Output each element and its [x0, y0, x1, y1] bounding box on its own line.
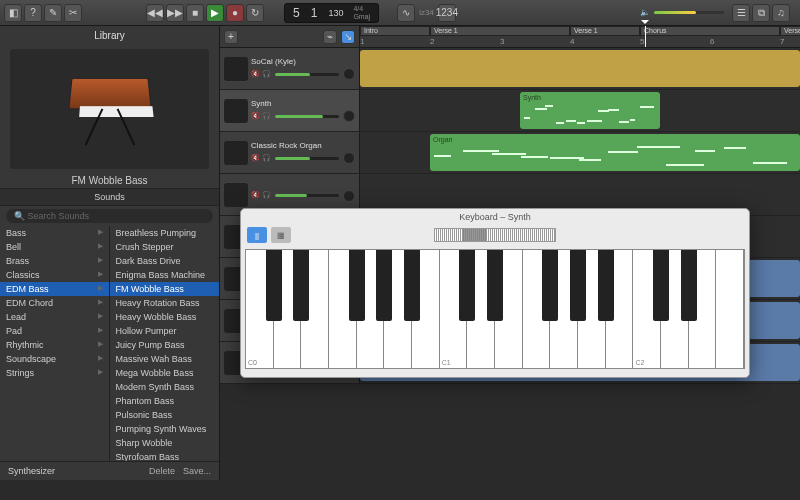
delete-button[interactable]: Delete	[149, 466, 175, 476]
library-toggle-icon[interactable]: ◧	[4, 4, 22, 22]
pan-knob[interactable]	[343, 152, 355, 164]
record-button[interactable]: ●	[226, 4, 244, 22]
lcd-display[interactable]: 5 1 130 4/4 Gmaj	[284, 3, 379, 23]
browser-item[interactable]: Dark Bass Drive	[110, 254, 220, 268]
stop-button[interactable]: ■	[186, 4, 204, 22]
keyboard-mode-button[interactable]: ▦	[271, 227, 291, 243]
volume-down-icon[interactable]: 🔈	[640, 8, 650, 17]
lcd-tempo[interactable]: 130	[328, 8, 343, 18]
black-key[interactable]	[487, 250, 503, 321]
countoff-icon[interactable]: 1234	[438, 4, 456, 22]
automation-icon[interactable]: ⌁	[323, 30, 337, 44]
smart-controls-icon[interactable]: ?	[24, 4, 42, 22]
playhead[interactable]	[645, 26, 646, 47]
white-key[interactable]	[716, 250, 744, 368]
pan-knob[interactable]	[343, 68, 355, 80]
browser-item[interactable]: Breathless Pumping	[110, 226, 220, 240]
pan-knob[interactable]	[343, 110, 355, 122]
browser-item[interactable]: Lead▶	[0, 310, 109, 324]
sustain-button[interactable]: ||	[247, 227, 267, 243]
mute-button[interactable]: 🔇	[251, 70, 260, 79]
black-key[interactable]	[681, 250, 697, 321]
track-volume-slider[interactable]	[275, 115, 339, 118]
track-row[interactable]: Synth🔇🎧Synth	[220, 90, 800, 132]
piano-keyboard[interactable]: C0C1C2	[245, 249, 745, 369]
track-volume-slider[interactable]	[275, 73, 339, 76]
play-button[interactable]: ▶	[206, 4, 224, 22]
browser-item[interactable]: Heavy Rotation Bass	[110, 296, 220, 310]
browser-item[interactable]: EDM Chord▶	[0, 296, 109, 310]
master-volume-slider[interactable]	[654, 11, 724, 14]
region[interactable]: Organ	[430, 134, 800, 171]
keyboard-range-selector[interactable]	[434, 228, 556, 242]
mute-button[interactable]: 🔇	[251, 112, 260, 121]
solo-button[interactable]: 🎧	[262, 191, 271, 200]
browser-item[interactable]: Heavy Wobble Bass	[110, 310, 220, 324]
ruler[interactable]: IntroVerse 1Verse 1ChorusVerse 212345678	[360, 26, 800, 47]
black-key[interactable]	[570, 250, 586, 321]
lcd-key[interactable]: Gmaj	[353, 13, 370, 20]
save-button[interactable]: Save...	[183, 466, 211, 476]
media-icon[interactable]: ♫	[772, 4, 790, 22]
track-lane[interactable]	[360, 48, 800, 89]
track-lane[interactable]: Organ	[360, 132, 800, 173]
browser-item[interactable]: Pumping Synth Waves	[110, 422, 220, 436]
rewind-button[interactable]: ◀◀	[146, 4, 164, 22]
track-row[interactable]: SoCal (Kyle)🔇🎧	[220, 48, 800, 90]
browser-item[interactable]: Bass▶	[0, 226, 109, 240]
black-key[interactable]	[404, 250, 420, 321]
browser-item[interactable]: Massive Wah Bass	[110, 352, 220, 366]
black-key[interactable]	[293, 250, 309, 321]
browser-item[interactable]: Crush Stepper	[110, 240, 220, 254]
solo-button[interactable]: 🎧	[262, 70, 271, 79]
scissors-icon[interactable]: ✂	[64, 4, 82, 22]
browser-item[interactable]: Strings▶	[0, 366, 109, 380]
browser-item[interactable]: Sharp Wobble	[110, 436, 220, 450]
black-key[interactable]	[542, 250, 558, 321]
track-header[interactable]: Synth🔇🎧	[220, 90, 360, 131]
browser-item[interactable]: Hollow Pumper	[110, 324, 220, 338]
track-row[interactable]: Classic Rock Organ🔇🎧Organ	[220, 132, 800, 174]
track-volume-slider[interactable]	[275, 157, 339, 160]
keyboard-window[interactable]: Keyboard – Synth || ▦ C0C1C2	[240, 208, 750, 378]
browser-item[interactable]: Soundscape▶	[0, 352, 109, 366]
black-key[interactable]	[266, 250, 282, 321]
arrangement-marker[interactable]: Chorus	[640, 26, 780, 36]
track-header[interactable]: SoCal (Kyle)🔇🎧	[220, 48, 360, 89]
browser-item[interactable]: Enigma Bass Machine	[110, 268, 220, 282]
browser-item[interactable]: Brass▶	[0, 254, 109, 268]
notepad-icon[interactable]: ☰	[732, 4, 750, 22]
browser-item[interactable]: Phantom Bass	[110, 394, 220, 408]
editors-icon[interactable]: ✎	[44, 4, 62, 22]
black-key[interactable]	[598, 250, 614, 321]
arrangement-marker[interactable]: Intro	[360, 26, 430, 36]
browser-item[interactable]: Mega Wobble Bass	[110, 366, 220, 380]
track-header[interactable]: Classic Rock Organ🔇🎧	[220, 132, 360, 173]
track-volume-slider[interactable]	[275, 194, 339, 197]
cycle-button[interactable]: ↻	[246, 4, 264, 22]
footer-category[interactable]: Synthesizer	[8, 466, 55, 476]
solo-button[interactable]: 🎧	[262, 112, 271, 121]
black-key[interactable]	[653, 250, 669, 321]
solo-button[interactable]: 🎧	[262, 154, 271, 163]
catch-icon[interactable]: ↘	[341, 30, 355, 44]
arrangement-marker[interactable]: Verse 2	[780, 26, 800, 36]
arrangement-marker[interactable]: Verse 1	[430, 26, 570, 36]
mute-button[interactable]: 🔇	[251, 191, 260, 200]
mute-button[interactable]: 🔇	[251, 154, 260, 163]
black-key[interactable]	[459, 250, 475, 321]
black-key[interactable]	[349, 250, 365, 321]
forward-button[interactable]: ▶▶	[166, 4, 184, 22]
black-key[interactable]	[376, 250, 392, 321]
browser-item[interactable]: Modern Synth Bass	[110, 380, 220, 394]
lcd-bars[interactable]: 5	[293, 6, 301, 20]
browser-item[interactable]: Classics▶	[0, 268, 109, 282]
add-track-button[interactable]: +	[224, 30, 238, 44]
browser-item[interactable]: FM Wobble Bass	[110, 282, 220, 296]
region[interactable]: Synth	[520, 92, 660, 129]
track-lane[interactable]: Synth	[360, 90, 800, 131]
lcd-beats[interactable]: 1	[311, 6, 319, 20]
region[interactable]	[360, 50, 800, 87]
browser-item[interactable]: Styrofoam Bass	[110, 450, 220, 461]
search-input[interactable]: 🔍 Search Sounds	[6, 209, 213, 223]
